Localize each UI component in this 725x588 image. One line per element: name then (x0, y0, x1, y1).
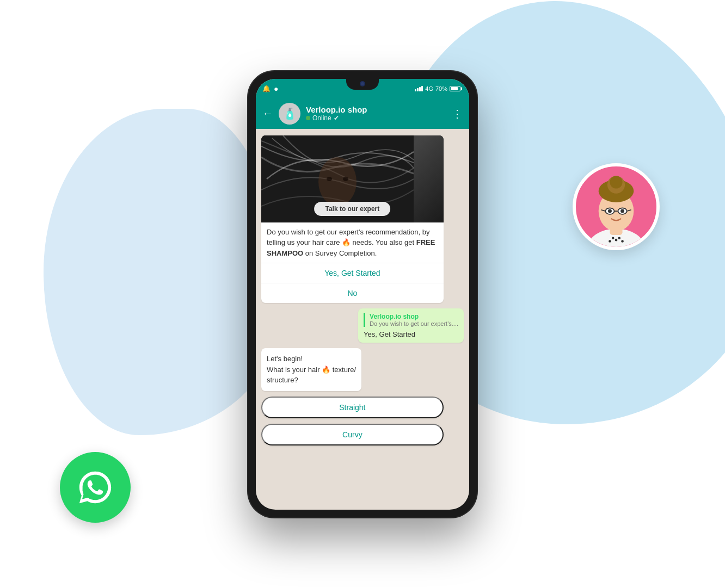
header-info: Verloop.io shop Online ✔ (306, 105, 446, 122)
chat-area: Talk to our expert Do you wish to get ou… (256, 129, 469, 510)
svg-point-20 (327, 177, 332, 181)
svg-point-17 (621, 240, 624, 243)
reply-quote: Verloop.io shop Do you wish to get our e… (364, 313, 458, 327)
svg-point-14 (615, 239, 618, 242)
shop-name: Verloop.io shop (306, 105, 446, 114)
svg-point-13 (612, 237, 615, 239)
phone-device: 🔔 ● 4G 70% (248, 71, 477, 517)
status-text: Online (312, 114, 331, 122)
blob-left (44, 109, 283, 435)
no-button[interactable]: No (261, 283, 444, 303)
svg-point-16 (609, 240, 611, 243)
svg-point-9 (620, 209, 624, 213)
battery-icon (450, 86, 460, 91)
back-button[interactable]: ← (262, 107, 273, 120)
quote-shop-name: Verloop.io shop (370, 313, 458, 320)
phone-notch (346, 79, 379, 90)
svg-point-5 (610, 176, 622, 188)
status-right-icons: 4G 70% (415, 85, 460, 92)
hair-image: Talk to our expert (261, 135, 444, 222)
front-camera (360, 81, 365, 86)
chat-header: ← 🧴 Verloop.io shop Online ✔ ⋮ (256, 98, 469, 129)
status-left-icons: 🔔 ● (262, 84, 278, 93)
svg-point-21 (343, 177, 348, 181)
svg-point-19 (318, 157, 357, 206)
svg-point-8 (608, 209, 612, 213)
talk-to-expert-button[interactable]: Talk to our expert (314, 202, 390, 216)
yes-get-started-button[interactable]: Yes, Get Started (261, 263, 444, 283)
network-label: 4G (425, 85, 433, 92)
phone-screen: 🔔 ● 4G 70% (256, 79, 469, 510)
message-bubble-3: Let's begin! What is your hair 🔥 texture… (261, 348, 361, 391)
check-icon: ✔ (334, 114, 339, 122)
notification-icon: 🔔 (262, 85, 271, 92)
menu-icon[interactable]: ⋮ (452, 107, 463, 120)
reply-text: Yes, Get Started (364, 330, 458, 338)
reply-bubble: Verloop.io shop Do you wish to get our e… (358, 308, 464, 343)
shop-avatar: 🧴 (279, 103, 300, 125)
expert-face-svg (578, 166, 654, 247)
message-bubble-1: Talk to our expert Do you wish to get ou… (261, 135, 444, 304)
expert-avatar (573, 163, 660, 250)
curvy-choice-button[interactable]: Curvy (261, 424, 444, 445)
straight-choice-button[interactable]: Straight (261, 397, 444, 418)
battery-label: 70% (435, 85, 447, 92)
whatsapp-status-icon: ● (274, 84, 278, 93)
whatsapp-icon (76, 468, 114, 506)
whatsapp-logo (60, 452, 131, 523)
online-indicator (306, 116, 310, 120)
online-status: Online ✔ (306, 114, 446, 122)
cta-buttons: Yes, Get Started No (261, 263, 444, 303)
quote-text: Do you wish to get our expert's.... (370, 320, 458, 327)
phone-wrapper: 🔔 ● 4G 70% (248, 71, 477, 517)
signal-icon (415, 86, 423, 91)
svg-point-15 (618, 237, 620, 239)
message-1-text: Do you wish to get our expert's recommen… (261, 222, 444, 263)
